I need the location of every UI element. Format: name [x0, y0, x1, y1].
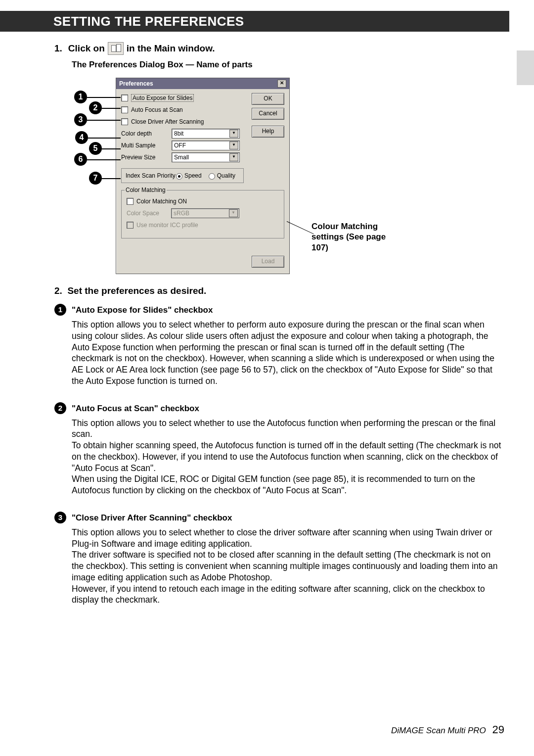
label-cm-on: Color Matching ON — [136, 198, 187, 205]
row-cm-on: Color Matching ON — [127, 195, 279, 207]
label-auto-focus: Auto Focus at Scan — [131, 106, 183, 113]
group-color-matching: Color Matching Color Matching ON Color S… — [121, 190, 284, 238]
content: 1. Click on in the Main window. The Pref… — [54, 42, 502, 622]
checkbox-auto-expose[interactable] — [121, 94, 128, 101]
step1: 1. Click on in the Main window. — [54, 42, 502, 55]
step2: 2. Set the preferences as desired. — [54, 285, 502, 296]
label-multi-sample: Multi Sample — [121, 142, 172, 149]
combo-color-space: sRGB ▼ — [171, 208, 239, 218]
combo-color-space-value: sRGB — [174, 210, 189, 217]
step2-number: 2. — [54, 285, 62, 296]
row-color-space: Color Space sRGB ▼ — [127, 207, 279, 219]
bullet-1-body: This option allows you to select whether… — [72, 319, 502, 387]
callout-6: 6 — [74, 153, 87, 166]
row-index-scan-priority: Index Scan Priority Speed Quality — [121, 168, 244, 183]
callout-4: 4 — [75, 131, 88, 144]
checkbox-close-driver[interactable] — [121, 118, 128, 125]
checkbox-cm-on[interactable] — [127, 198, 134, 205]
row-multi-sample: Multi Sample OFF ▼ — [121, 140, 284, 151]
callout-5: 5 — [89, 142, 102, 155]
combo-color-depth-value: 8bit — [174, 130, 183, 137]
row-preview-size: Preview Size Small ▼ — [121, 151, 284, 163]
step1-pre: Click on — [68, 43, 105, 54]
label-speed: Speed — [184, 172, 202, 179]
bullet-1: 1 "Auto Expose for Slides" checkbox This… — [54, 305, 502, 387]
label-close-driver: Close Driver After Scanning — [131, 118, 204, 125]
dialog-title-text: Preferences — [119, 80, 153, 87]
step1-subtitle: The Preferences Dialog Box — Name of par… — [72, 60, 502, 70]
label-color-space: Color Space — [127, 210, 171, 217]
combo-preview-size[interactable]: Small ▼ — [172, 152, 240, 162]
color-matching-note: Colour Matching settings (See page 107) — [312, 221, 391, 253]
callout-7: 7 — [89, 172, 102, 185]
annot-line — [287, 221, 314, 234]
step2-text: Set the preferences as desired. — [67, 285, 206, 296]
chevron-down-icon: ▼ — [229, 153, 238, 161]
bullet-3-body: This option allows you to select whether… — [72, 527, 502, 606]
page-footer: DiMAGE Scan Multi PRO 29 — [391, 723, 504, 736]
chevron-down-icon: ▼ — [229, 209, 238, 217]
side-tab — [517, 50, 534, 85]
bullet-1-title: "Auto Expose for Slides" checkbox — [72, 305, 502, 315]
row-icc: Use monitor ICC profile — [127, 219, 279, 231]
combo-color-depth[interactable]: 8bit ▼ — [172, 129, 240, 139]
lead-line — [102, 108, 121, 109]
lead-line — [87, 120, 121, 121]
combo-preview-size-value: Small — [174, 154, 189, 161]
lead-line — [102, 148, 121, 149]
ok-button[interactable]: OK — [252, 93, 284, 105]
combo-multi-sample[interactable]: OFF ▼ — [172, 141, 240, 150]
label-color-depth: Color depth — [121, 130, 172, 137]
bullet-2-title: "Auto Focus at Scan" checkbox — [72, 404, 502, 414]
checkbox-auto-focus[interactable] — [121, 106, 128, 113]
step1-number: 1. — [54, 43, 62, 54]
load-button: Load — [252, 256, 284, 268]
combo-multi-sample-value: OFF — [174, 142, 186, 149]
step1-post: in the Main window. — [127, 43, 215, 54]
chevron-down-icon: ▼ — [229, 142, 238, 149]
radio-quality[interactable] — [209, 173, 215, 180]
bullet-1-number: 1 — [54, 304, 66, 316]
label-isp: Index Scan Priority — [126, 172, 176, 179]
callout-3: 3 — [74, 113, 87, 126]
page-number: 29 — [492, 723, 504, 736]
section-title: SETTING THE PREFERENCES — [53, 14, 244, 29]
bullet-2-body: This option allows you to select whether… — [72, 418, 502, 496]
lead-line — [88, 138, 121, 139]
label-icc: Use monitor ICC profile — [136, 222, 198, 229]
preferences-icon — [108, 42, 124, 55]
help-button[interactable]: Help — [252, 126, 284, 138]
callout-2: 2 — [89, 101, 102, 114]
bullet-3-title: "Close Driver After Scanning" checkbox — [72, 513, 502, 523]
chevron-down-icon: ▼ — [229, 130, 238, 138]
lead-line — [87, 97, 121, 98]
checkbox-icc — [127, 222, 134, 229]
dialog-illustration: Preferences ✕ Auto Expose for Slides Aut… — [74, 78, 396, 276]
preferences-dialog: Preferences ✕ Auto Expose for Slides Aut… — [116, 78, 290, 274]
bullet-2: 2 "Auto Focus at Scan" checkbox This opt… — [54, 404, 502, 496]
product-name: DiMAGE Scan Multi PRO — [391, 726, 486, 735]
callout-1: 1 — [74, 91, 87, 103]
page: SETTING THE PREFERENCES 1. Click on in t… — [0, 0, 534, 756]
label-auto-expose: Auto Expose for Slides — [131, 94, 194, 102]
group-title: Color Matching — [125, 187, 167, 193]
dialog-titlebar: Preferences ✕ — [116, 78, 289, 89]
bullet-3-number: 3 — [54, 512, 66, 523]
bullet-2-number: 2 — [54, 402, 66, 414]
cancel-button[interactable]: Cancel — [252, 108, 284, 120]
label-preview-size: Preview Size — [121, 154, 172, 161]
section-header: SETTING THE PREFERENCES — [0, 11, 509, 32]
lead-line — [87, 159, 121, 160]
lead-line — [102, 178, 121, 179]
bullet-3: 3 "Close Driver After Scanning" checkbox… — [54, 513, 502, 606]
radio-speed[interactable] — [176, 173, 182, 180]
close-icon[interactable]: ✕ — [277, 80, 286, 88]
label-quality: Quality — [217, 172, 235, 179]
